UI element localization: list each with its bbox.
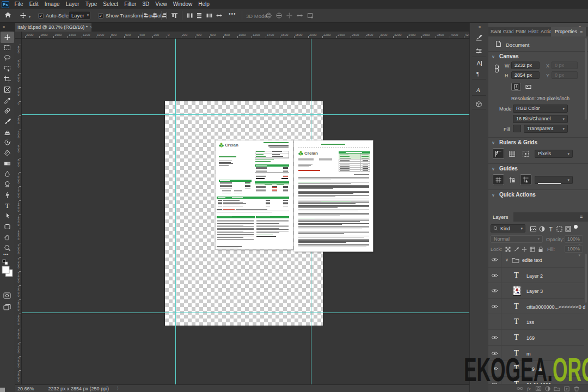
layers-tab[interactable]: Layers <box>488 212 513 222</box>
panel-tab-patter[interactable]: Patter <box>513 27 526 36</box>
guide-horizontal-2[interactable] <box>22 313 469 313</box>
drag-3d-icon[interactable] <box>286 12 293 19</box>
hand-tool[interactable] <box>0 232 15 243</box>
gradient-tool[interactable] <box>0 158 15 169</box>
frame-tool[interactable] <box>0 84 15 95</box>
filter-toggle-dot[interactable] <box>574 225 578 229</box>
statement-page-2[interactable]: Crelan <box>294 140 373 252</box>
bit-depth-dropdown[interactable]: 16 Bits/Channel▾ <box>513 115 568 123</box>
orbit-3d-icon[interactable] <box>265 12 272 19</box>
strip-expand-icon[interactable]: » <box>479 24 481 29</box>
fill-dropdown[interactable]: Transparent▾ <box>524 125 568 133</box>
dodge-tool[interactable] <box>0 179 15 189</box>
lock-guides-button[interactable] <box>506 174 518 185</box>
toolbar-expand-icon[interactable]: » <box>3 24 5 29</box>
align-top-icon[interactable] <box>171 12 178 19</box>
align-center-h-icon[interactable] <box>151 12 158 19</box>
quick-mask-icon[interactable] <box>3 292 11 299</box>
rectangle-tool[interactable] <box>0 222 15 232</box>
panel-tab-swatc[interactable]: Swatc <box>488 27 501 36</box>
menu-3d[interactable]: 3D <box>139 0 152 9</box>
layers-menu-icon[interactable]: ≡ <box>580 214 583 219</box>
orientation-landscape-button[interactable] <box>523 83 533 91</box>
foreground-background-swatches[interactable] <box>2 266 14 278</box>
filter-shape-icon[interactable] <box>556 225 562 232</box>
layer-row[interactable]: ∨edite text <box>488 252 584 268</box>
pen-tool[interactable] <box>0 190 15 200</box>
align-left-icon[interactable] <box>142 12 149 19</box>
toggle-grid-button[interactable] <box>506 148 518 159</box>
document-tab[interactable]: Italy id.psd @ 20.7% (RGB/16) *× <box>15 23 91 32</box>
layer-visibility-eye-icon[interactable] <box>488 283 501 299</box>
close-tab-icon[interactable]: × <box>90 24 91 30</box>
layer-row[interactable]: T1ss <box>488 314 584 330</box>
menu-filter[interactable]: Filter <box>121 0 139 9</box>
canvas-section-chevron[interactable]: ∨ <box>492 54 495 59</box>
canvas-height-field[interactable]: 2854 px <box>511 71 540 79</box>
type-tool[interactable]: T <box>0 200 15 211</box>
fill-value-field[interactable]: 100%▾ <box>565 245 583 253</box>
menu-edit[interactable]: Edit <box>26 0 41 9</box>
blend-mode-dropdown[interactable]: Normal▾ <box>491 235 543 243</box>
layer-visibility-empty[interactable] <box>488 314 501 330</box>
auto-select-target-dropdown[interactable]: Layer▾ <box>69 11 90 20</box>
canvas-width-field[interactable]: 2232 px <box>511 62 540 69</box>
lasso-tool[interactable] <box>0 53 15 63</box>
brush-tool[interactable] <box>0 116 15 126</box>
filter-type-icon[interactable]: T <box>547 225 554 232</box>
brush-settings-panel-icon[interactable] <box>475 47 482 54</box>
eraser-tool[interactable] <box>0 148 15 158</box>
slide-3d-icon[interactable] <box>296 12 303 19</box>
more-options-icon[interactable]: ••• <box>229 11 236 17</box>
paragraph-panel-icon[interactable]: ¶ <box>475 70 482 77</box>
move-tool-option-icon[interactable] <box>20 12 27 19</box>
canvas-y-field[interactable]: 0 px <box>552 71 578 79</box>
layer-row[interactable]: Tcitta0000000...<<<<<<<0 d <box>488 299 584 315</box>
move-tool-chevron-icon[interactable]: ▾ <box>29 15 30 19</box>
rulers-grids-chevron[interactable]: ∨ <box>492 140 495 145</box>
layer-visibility-eye-icon[interactable] <box>488 252 501 268</box>
blur-tool[interactable] <box>0 169 15 179</box>
history-brush-tool[interactable] <box>0 137 15 148</box>
canvas-x-field[interactable]: 0 px <box>552 62 578 69</box>
crop-tool[interactable] <box>0 74 15 84</box>
toggle-rulers-button[interactable] <box>493 148 504 159</box>
menu-image[interactable]: Image <box>41 0 63 9</box>
canvas-area[interactable]: Crelan Crelan <box>22 39 469 384</box>
menu-type[interactable]: Type <box>82 0 100 9</box>
toggle-snap-button[interactable] <box>520 148 531 159</box>
roll-3d-icon[interactable] <box>275 12 283 19</box>
home-icon[interactable] <box>4 11 11 19</box>
eyedropper-tool[interactable] <box>0 95 15 106</box>
menu-help[interactable]: Help <box>195 0 213 9</box>
filter-adjustment-icon[interactable] <box>538 225 545 232</box>
guide-horizontal-1[interactable] <box>22 114 469 115</box>
path-selection-tool[interactable] <box>0 211 15 221</box>
show-transform-checkbox[interactable]: ✓ <box>98 13 103 19</box>
move-tool[interactable] <box>0 32 15 42</box>
distribute-spacing-icon[interactable] <box>216 12 223 19</box>
filter-smart-object-icon[interactable] <box>565 225 571 232</box>
zoom-level-field[interactable]: 20.66% <box>17 386 34 391</box>
distribute-h-icon[interactable] <box>186 12 193 19</box>
guides-chevron[interactable]: ∨ <box>492 167 495 171</box>
layer-filter-kind-dropdown[interactable]: Kind▾ <box>491 224 525 232</box>
3d-panel-icon[interactable] <box>475 101 482 108</box>
screen-mode-icon[interactable] <box>3 304 11 311</box>
layer-visibility-eye-icon[interactable] <box>488 268 501 284</box>
glyphs-panel-icon[interactable]: A <box>475 86 482 93</box>
photoshop-logo[interactable]: Ps <box>2 1 9 8</box>
orientation-portrait-button[interactable] <box>511 83 521 91</box>
layer-visibility-eye-icon[interactable] <box>488 299 501 315</box>
layer-visibility-eye-icon[interactable] <box>488 330 501 346</box>
ruler-units-dropdown[interactable]: Pixels▾ <box>535 150 573 158</box>
auto-select-checkbox[interactable]: ✓ <box>38 13 44 19</box>
guide-style-dropdown[interactable]: ▾ <box>535 176 573 184</box>
distribute-v-icon[interactable] <box>196 12 203 19</box>
fill-checkbox[interactable] <box>513 125 521 132</box>
menu-file[interactable]: File <box>11 0 26 9</box>
menu-select[interactable]: Select <box>100 0 121 9</box>
panel-tab-gradi[interactable]: Gradi <box>501 27 513 36</box>
layers-scrollbar[interactable] <box>585 254 587 303</box>
brushes-panel-icon[interactable] <box>475 34 482 41</box>
